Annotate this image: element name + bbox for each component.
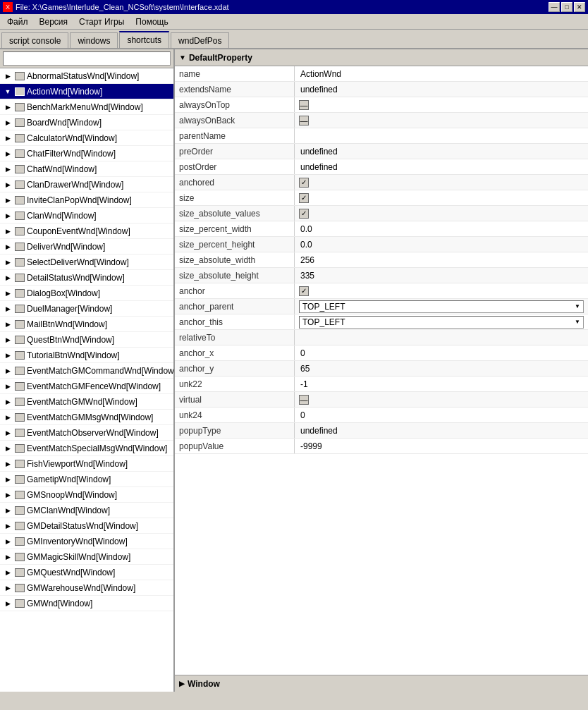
property-value[interactable]: [295, 131, 588, 141]
expand-button[interactable]: ▶: [3, 304, 13, 314]
menu-file[interactable]: Файл: [1, 16, 34, 28]
tab-wnddefpos[interactable]: wndDefPos: [171, 32, 229, 48]
tree-item[interactable]: ▶TutorialBtnWnd[Window]: [0, 348, 173, 363]
property-input[interactable]: [299, 255, 584, 265]
expand-button[interactable]: ▶: [3, 226, 13, 236]
expand-button[interactable]: ▼: [3, 87, 13, 97]
property-input[interactable]: [299, 85, 584, 94]
tree-item[interactable]: ▶ChatWnd[Window]: [0, 161, 173, 177]
property-value[interactable]: [295, 271, 588, 281]
expand-button[interactable]: ▶: [3, 335, 13, 345]
expand-button[interactable]: ▶: [3, 490, 13, 500]
expand-button[interactable]: ▶: [3, 319, 13, 329]
tree-item[interactable]: ▶ClanDrawerWnd[Window]: [0, 177, 173, 192]
tree-item[interactable]: ▶EventMatchGMWnd[Window]: [0, 394, 173, 410]
tree-item[interactable]: ▶DialogBox[Window]: [0, 286, 173, 301]
checkbox-value[interactable]: ✓: [299, 209, 309, 219]
expand-button[interactable]: ▶: [3, 443, 13, 453]
property-input[interactable]: [299, 333, 584, 343]
property-value[interactable]: [295, 333, 588, 343]
tree-item[interactable]: ▶EventMatchGMMsgWnd[Window]: [0, 410, 173, 425]
property-value[interactable]: TOP_LEFT▼: [295, 316, 588, 329]
tree-item[interactable]: ▶GMMagicSkillWnd[Window]: [0, 549, 173, 565]
property-input[interactable]: [299, 131, 584, 141]
property-input[interactable]: [299, 379, 584, 389]
tree-item[interactable]: ▶DeliverWnd[Window]: [0, 239, 173, 255]
close-button[interactable]: ✕: [574, 2, 585, 12]
expand-button[interactable]: ▶: [3, 350, 13, 360]
tree-item[interactable]: ▶GMClanWnd[Window]: [0, 503, 173, 518]
expand-button[interactable]: ▶: [3, 568, 13, 577]
tree-item[interactable]: ▶GMDetailStatusWnd[Window]: [0, 518, 173, 534]
tree-item[interactable]: ▶GMWnd[Window]: [0, 596, 173, 611]
property-input[interactable]: [299, 69, 584, 79]
expand-button[interactable]: ▶: [3, 133, 13, 143]
property-value[interactable]: [295, 426, 588, 436]
tree-item[interactable]: ▶DetailStatusWnd[Window]: [0, 270, 173, 286]
expand-button[interactable]: ▶: [3, 71, 13, 81]
expand-button[interactable]: ▶: [3, 118, 13, 128]
menu-version[interactable]: Версия: [34, 16, 74, 28]
tree-item[interactable]: ▼ActionWnd[Window]: [0, 84, 173, 99]
tree-item[interactable]: ▶InviteClanPopWnd[Window]: [0, 192, 173, 208]
expand-button[interactable]: ▶: [3, 412, 13, 422]
property-input[interactable]: [299, 348, 584, 358]
tree-item[interactable]: ▶FishViewportWnd[Window]: [0, 456, 173, 472]
property-value[interactable]: [295, 69, 588, 79]
expand-button[interactable]: ▶: [3, 164, 13, 174]
property-value[interactable]: [295, 162, 588, 172]
maximize-button[interactable]: □: [561, 2, 572, 12]
tree-item[interactable]: ▶BoardWnd[Window]: [0, 115, 173, 130]
expand-button[interactable]: ▶: [3, 381, 13, 391]
expand-button[interactable]: ▶: [3, 599, 13, 608]
expand-button[interactable]: ▶: [3, 552, 13, 562]
property-value[interactable]: [295, 255, 588, 265]
tab-script-console[interactable]: script console: [1, 32, 68, 48]
property-value[interactable]: [295, 240, 588, 250]
property-value[interactable]: [295, 364, 588, 374]
expand-button[interactable]: ▶: [3, 242, 13, 252]
tab-windows[interactable]: windows: [70, 32, 118, 48]
minimize-button[interactable]: —: [549, 2, 560, 12]
menu-start[interactable]: Старт Игры: [73, 16, 130, 28]
expand-button[interactable]: ▶: [3, 397, 13, 407]
tree-item[interactable]: ▶GMWarehouseWnd[Window]: [0, 580, 173, 596]
property-input[interactable]: [299, 441, 584, 451]
tab-shortcuts[interactable]: shortcuts: [119, 31, 169, 48]
property-input[interactable]: [299, 426, 584, 436]
property-input[interactable]: [299, 364, 584, 374]
dropdown-value[interactable]: TOP_LEFT▼: [299, 300, 584, 313]
property-input[interactable]: [299, 162, 584, 172]
expand-button[interactable]: ▶: [3, 506, 13, 515]
tree-item[interactable]: ▶MailBtnWnd[Window]: [0, 317, 173, 332]
expand-button[interactable]: ▶: [3, 583, 13, 593]
tree-item[interactable]: ▶EventMatchSpecialMsgWnd[Window]: [0, 441, 173, 456]
property-value[interactable]: [295, 224, 588, 234]
tree-item[interactable]: ▶BenchMarkMenuWnd[Window]: [0, 99, 173, 115]
search-input[interactable]: [3, 51, 171, 66]
expand-button[interactable]: ▶: [3, 475, 13, 484]
menu-help[interactable]: Помощь: [130, 16, 173, 28]
checkbox-value[interactable]: ✓: [299, 286, 309, 296]
tree-item[interactable]: ▶GMQuestWnd[Window]: [0, 565, 173, 580]
tree-item[interactable]: ▶GMInventoryWnd[Window]: [0, 534, 173, 549]
property-value[interactable]: [295, 348, 588, 358]
expand-button[interactable]: ▶: [3, 273, 13, 283]
property-input[interactable]: [299, 147, 584, 157]
section-header-default-property[interactable]: ▼ DefaultProperty: [175, 49, 588, 66]
property-value[interactable]: [295, 147, 588, 157]
tree-item[interactable]: ▶AbnormalStatusWnd[Window]: [0, 68, 173, 84]
tree-item[interactable]: ▶DuelManager[Window]: [0, 301, 173, 317]
section-header-window[interactable]: ▶ Window: [175, 675, 588, 692]
expand-button[interactable]: ▶: [3, 195, 13, 205]
property-value[interactable]: [295, 441, 588, 451]
expand-button[interactable]: ▶: [3, 366, 13, 376]
expand-button[interactable]: ▶: [3, 102, 13, 112]
checkbox-value[interactable]: ✓: [299, 193, 309, 203]
tree-item[interactable]: ▶GMSnoopWnd[Window]: [0, 487, 173, 503]
expand-button[interactable]: ▶: [3, 459, 13, 469]
expand-button[interactable]: ▶: [3, 537, 13, 546]
tree-item[interactable]: ▶CalculatorWnd[Window]: [0, 130, 173, 146]
dropdown-value[interactable]: TOP_LEFT▼: [299, 316, 584, 329]
tree-item[interactable]: ▶CouponEventWnd[Window]: [0, 224, 173, 239]
